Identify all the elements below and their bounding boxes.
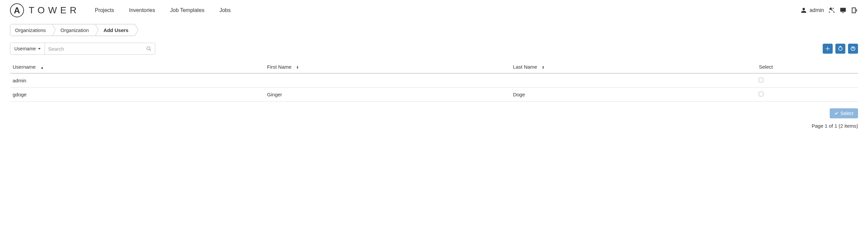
cell-username[interactable]: admin bbox=[10, 73, 265, 88]
topbar: A TOWER Projects Inventories Job Templat… bbox=[0, 0, 868, 24]
cell-last-name bbox=[510, 73, 756, 88]
nav-jobs[interactable]: Jobs bbox=[219, 7, 231, 13]
col-header-label: Username bbox=[13, 64, 36, 70]
user-area: admin bbox=[800, 7, 858, 14]
main-nav: Projects Inventories Job Templates Jobs bbox=[95, 7, 231, 13]
brand-logo-icon: A bbox=[10, 3, 24, 17]
table-row: gdoge Ginger Doge bbox=[10, 88, 858, 102]
svg-point-8 bbox=[853, 50, 853, 50]
col-header-first-name[interactable]: First Name ▲▼ bbox=[265, 61, 510, 73]
search-icon[interactable] bbox=[146, 46, 152, 51]
svg-rect-0 bbox=[840, 8, 846, 12]
cell-select bbox=[756, 73, 858, 88]
brand-logo-letter: A bbox=[14, 5, 20, 16]
col-header-username[interactable]: Username ▲ bbox=[10, 61, 265, 73]
toolbar-row: Username bbox=[0, 43, 868, 61]
action-buttons bbox=[823, 44, 858, 54]
cell-username[interactable]: gdoge bbox=[10, 88, 265, 102]
search-input-wrap bbox=[45, 43, 155, 54]
nav-projects[interactable]: Projects bbox=[95, 7, 114, 13]
sort-asc-icon: ▲ bbox=[40, 66, 43, 69]
select-button[interactable]: Select bbox=[830, 108, 858, 118]
search-group: Username bbox=[10, 43, 155, 55]
breadcrumb-add-users[interactable]: Add Users bbox=[95, 24, 134, 36]
caret-down-icon bbox=[38, 48, 41, 50]
col-header-select: Select bbox=[756, 61, 858, 73]
col-header-last-name[interactable]: Last Name ▲▼ bbox=[510, 61, 756, 73]
current-user-name: admin bbox=[809, 7, 824, 13]
breadcrumb-organization[interactable]: Organization bbox=[52, 24, 95, 36]
search-type-dropdown[interactable]: Username bbox=[10, 43, 45, 54]
search-input[interactable] bbox=[48, 46, 146, 52]
svg-line-5 bbox=[150, 49, 151, 51]
search-type-label: Username bbox=[14, 46, 36, 51]
current-user[interactable]: admin bbox=[800, 7, 824, 14]
select-checkbox[interactable] bbox=[759, 78, 764, 82]
check-icon bbox=[834, 111, 838, 115]
refresh-button[interactable] bbox=[835, 44, 845, 54]
table-row: admin bbox=[10, 73, 858, 88]
cell-first-name: Ginger bbox=[265, 88, 510, 102]
logout-icon[interactable] bbox=[851, 7, 858, 14]
breadcrumb-label: Organizations bbox=[15, 27, 46, 33]
monitor-icon[interactable] bbox=[839, 7, 847, 14]
cell-last-name: Doge bbox=[510, 88, 756, 102]
breadcrumb: Organizations Organization Add Users bbox=[10, 24, 135, 36]
nav-job-templates[interactable]: Job Templates bbox=[170, 7, 205, 13]
svg-point-4 bbox=[147, 47, 150, 50]
svg-rect-1 bbox=[842, 12, 844, 13]
pagination-text: Page 1 of 1 (2 items) bbox=[812, 123, 858, 129]
svg-rect-2 bbox=[852, 8, 855, 13]
add-button[interactable] bbox=[823, 44, 833, 54]
col-header-label: Select bbox=[759, 64, 773, 70]
cell-select bbox=[756, 88, 858, 102]
nav-inventories[interactable]: Inventories bbox=[129, 7, 155, 13]
users-table: Username ▲ First Name ▲▼ Last Name ▲▼ Se… bbox=[10, 61, 858, 102]
breadcrumb-organizations[interactable]: Organizations bbox=[10, 24, 52, 36]
col-header-label: First Name bbox=[267, 64, 291, 70]
svg-point-6 bbox=[839, 47, 842, 51]
user-icon bbox=[800, 7, 807, 14]
pagination-row: Page 1 of 1 (2 items) bbox=[0, 120, 868, 131]
brand[interactable]: A TOWER bbox=[10, 3, 80, 17]
select-checkbox[interactable] bbox=[759, 92, 764, 96]
col-header-label: Last Name bbox=[513, 64, 537, 70]
breadcrumb-row: Organizations Organization Add Users bbox=[0, 24, 868, 43]
users-table-wrap: Username ▲ First Name ▲▼ Last Name ▲▼ Se… bbox=[0, 61, 868, 102]
breadcrumb-label: Add Users bbox=[103, 27, 129, 33]
help-button[interactable] bbox=[848, 44, 858, 54]
sort-icon: ▲▼ bbox=[296, 66, 299, 69]
cell-first-name bbox=[265, 73, 510, 88]
brand-name: TOWER bbox=[29, 5, 80, 16]
sort-icon: ▲▼ bbox=[542, 66, 545, 69]
breadcrumb-label: Organization bbox=[61, 27, 89, 33]
footer-row: Select bbox=[0, 102, 868, 120]
select-button-label: Select bbox=[840, 111, 854, 116]
settings-icon[interactable] bbox=[828, 7, 835, 14]
